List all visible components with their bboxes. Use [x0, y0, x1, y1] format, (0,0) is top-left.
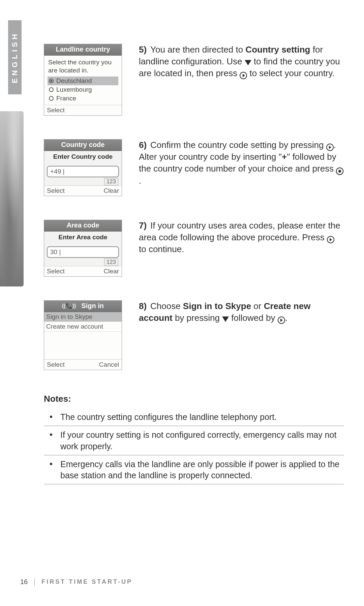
step-5-row: Landline country Select the country you …	[44, 44, 344, 116]
signin-option-skype[interactable]: Sign in to Skype	[44, 312, 122, 322]
country-code-input[interactable]: +49 |	[47, 166, 119, 177]
softkey-cancel[interactable]: Cancel	[99, 361, 119, 368]
landline-softkeys: Select	[44, 105, 122, 115]
step-8-text: 8)Choose Sign in to Skype or Create new …	[139, 300, 344, 324]
language-tab: ENGLISH	[8, 20, 22, 94]
softkey-select[interactable]: Select	[47, 187, 65, 194]
country-code-screen: Country code Enter Country code +49 | 12…	[44, 139, 122, 196]
softkey-clear[interactable]: Clear	[104, 268, 119, 275]
landline-title: Landline country	[44, 44, 122, 56]
landline-screen: Landline country Select the country you …	[44, 44, 122, 116]
step-number: 6)	[139, 139, 150, 151]
step-7-text: 7)If your country uses area codes, pleas…	[139, 220, 344, 255]
area-code-input[interactable]: 30 |	[47, 246, 119, 258]
notes-section: Notes: The country setting configures th…	[44, 394, 344, 484]
step-number: 8)	[139, 300, 150, 312]
signin-option-create[interactable]: Create new account	[44, 322, 122, 332]
area-code-softkeys: Select Clear	[44, 266, 122, 276]
country-option-label: Luxembourg	[56, 86, 92, 93]
down-triangle-icon	[245, 60, 251, 65]
country-option-deutschland[interactable]: Deutschland	[48, 77, 118, 85]
note-item: If your country setting is not configure…	[44, 426, 344, 455]
country-option-luxembourg[interactable]: Luxembourg	[48, 85, 118, 94]
country-code-softkeys: Select Clear	[44, 185, 122, 196]
footer-separator	[34, 578, 35, 586]
note-text: If your country setting is not configure…	[60, 429, 344, 452]
signin-title: Sign in	[81, 302, 104, 310]
note-item: The country setting configures the landl…	[44, 408, 344, 426]
signin-softkeys: Select Cancel	[44, 359, 122, 370]
sidebar: ENGLISH	[0, 0, 24, 606]
page-number: 16	[20, 578, 28, 586]
signin-title-bar: ((📞)) Sign in	[44, 301, 122, 312]
radio-icon	[49, 96, 54, 101]
radio-icon	[49, 87, 54, 92]
bullet-icon	[50, 416, 52, 418]
signin-screen: ((📞)) Sign in Sign in to Skype Create ne…	[44, 300, 122, 370]
softkey-select[interactable]: Select	[47, 107, 65, 114]
note-text: The country setting configures the landl…	[60, 412, 344, 423]
down-triangle-icon	[222, 316, 229, 322]
decorative-photo	[0, 111, 24, 286]
area-code-input-wrap: 30 |	[44, 244, 122, 258]
note-text: Emergency calls via the landline are onl…	[60, 459, 344, 482]
step-7-row: Area code Enter Area code 30 | 123 Selec…	[44, 220, 344, 277]
landline-body: Select the country you are located in. D…	[44, 56, 122, 105]
bullet-icon	[50, 433, 52, 436]
section-title: FIRST TIME START-UP	[41, 578, 132, 585]
area-code-screen: Area code Enter Area code 30 | 123 Selec…	[44, 220, 122, 277]
country-code-input-wrap: +49 |	[44, 164, 122, 177]
country-option-label: Deutschland	[56, 77, 92, 85]
country-code-title: Country code	[44, 140, 122, 151]
step-number: 5)	[139, 44, 150, 56]
input-mode: 123	[44, 177, 122, 185]
country-code-subtitle: Enter Country code	[44, 151, 122, 164]
area-code-title: Area code	[44, 220, 122, 232]
signin-menu: Sign in to Skype Create new account	[44, 312, 122, 359]
notes-title: Notes:	[44, 394, 344, 404]
input-mode: 123	[44, 258, 122, 266]
nav-right-icon	[278, 316, 285, 324]
bullet-icon	[50, 463, 52, 465]
radio-selected-icon	[49, 79, 54, 83]
landline-intro: Select the country you are located in.	[47, 58, 119, 76]
softkey-select[interactable]: Select	[47, 361, 65, 368]
nav-right-icon	[240, 72, 247, 79]
step-5-text: 5)You are then directed to Country setti…	[139, 44, 344, 79]
nav-right-icon	[326, 144, 334, 151]
area-code-subtitle: Enter Area code	[44, 232, 122, 244]
note-item: Emergency calls via the landline are onl…	[44, 455, 344, 485]
step-6-text: 6)Confirm the country code setting by pr…	[139, 139, 344, 187]
language-label: ENGLISH	[10, 31, 19, 83]
page-content: Landline country Select the country you …	[44, 44, 344, 484]
step-8-row: ((📞)) Sign in Sign in to Skype Create ne…	[44, 300, 344, 370]
page-footer: 16 FIRST TIME START-UP	[20, 578, 132, 586]
country-radio-list: Deutschland Luxembourg France	[47, 76, 119, 103]
center-dot-icon	[336, 168, 343, 175]
antenna-icon: ((📞))	[62, 303, 76, 309]
step-number: 7)	[139, 220, 150, 232]
softkey-select[interactable]: Select	[47, 268, 65, 275]
step-6-row: Country code Enter Country code +49 | 12…	[44, 139, 344, 196]
nav-right-icon	[327, 236, 334, 243]
country-option-france[interactable]: France	[48, 94, 118, 103]
softkey-clear[interactable]: Clear	[104, 187, 119, 194]
country-option-label: France	[56, 95, 76, 102]
